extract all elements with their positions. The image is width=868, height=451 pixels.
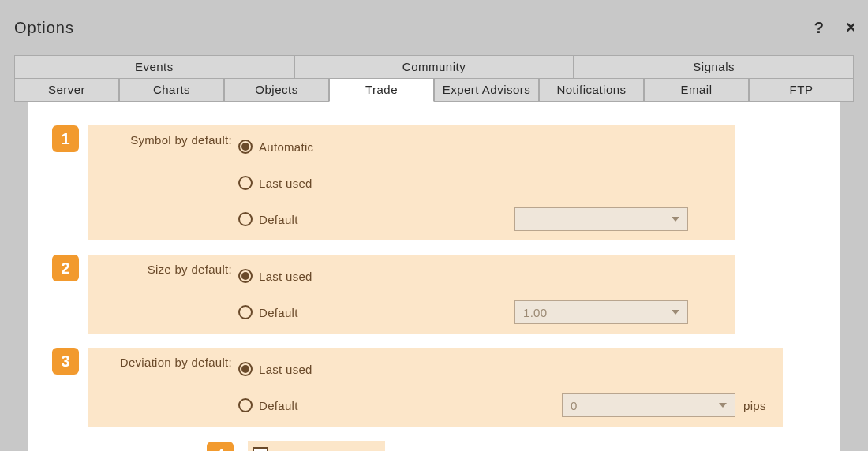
deviation-radio-default[interactable]: [238, 398, 253, 412]
tab-ftp[interactable]: FTP: [749, 78, 854, 102]
titlebar: Options ? ×: [0, 0, 868, 55]
deviation-label: Deviation by default:: [88, 351, 238, 423]
size-opt-default: Default: [259, 306, 298, 319]
symbol-opt-default: Default: [259, 213, 298, 226]
size-label: Size by default:: [88, 258, 238, 330]
close-icon[interactable]: ×: [846, 17, 854, 38]
symbol-radio-automatic[interactable]: [238, 140, 253, 154]
size-opt-last: Last used: [259, 270, 312, 283]
chevron-down-icon: [672, 310, 679, 315]
badge-2: 2: [52, 255, 79, 281]
titlebar-right: ? ×: [814, 17, 854, 38]
deviation-suffix: pips: [743, 399, 766, 412]
tab-community[interactable]: Community: [294, 55, 574, 79]
symbol-radio-last[interactable]: [238, 176, 253, 190]
size-block: Size by default: Last used Default 1.00: [88, 255, 735, 334]
size-combo[interactable]: 1.00: [514, 300, 688, 324]
tab-signals[interactable]: Signals: [574, 55, 854, 79]
symbol-opt-automatic: Automatic: [259, 140, 313, 154]
deviation-opt-default: Default: [259, 399, 298, 412]
deviation-opt-last: Last used: [259, 363, 312, 376]
deviation-combo[interactable]: 0: [562, 393, 735, 417]
tab-server[interactable]: Server: [14, 78, 119, 102]
chevron-down-icon: [719, 403, 727, 408]
size-radio-last[interactable]: [238, 269, 253, 283]
tab-trade[interactable]: Trade: [329, 78, 434, 102]
size-combo-value: 1.00: [523, 306, 547, 319]
tab-charts[interactable]: Charts: [119, 78, 224, 102]
tab-notifications[interactable]: Notifications: [539, 78, 644, 102]
oct-label: One Click Trading: [276, 449, 374, 452]
help-icon[interactable]: ?: [814, 19, 824, 37]
oct-block: One Click Trading: [248, 441, 385, 451]
tab-events[interactable]: Events: [14, 55, 294, 79]
deviation-radio-last[interactable]: [238, 362, 253, 376]
symbol-block: Symbol by default: Automatic Last used D…: [88, 125, 735, 240]
tab-content: 1 Symbol by default: Automatic Last used…: [28, 102, 840, 451]
chevron-down-icon: [672, 217, 679, 222]
deviation-block: Deviation by default: Last used Default …: [88, 348, 783, 427]
badge-4: 4: [207, 442, 234, 451]
oct-checkbox[interactable]: [253, 447, 268, 451]
tabs: Events Community Signals Server Charts O…: [0, 55, 868, 451]
section-size: 2 Size by default: Last used Default 1.0…: [52, 255, 840, 334]
tab-row-bottom: Server Charts Objects Trade Expert Advis…: [14, 78, 854, 102]
deviation-combo-value: 0: [571, 399, 578, 412]
symbol-combo[interactable]: [514, 207, 688, 231]
symbol-opt-last: Last used: [259, 177, 312, 190]
tab-objects[interactable]: Objects: [224, 78, 329, 102]
section-deviation: 3 Deviation by default: Last used Defaul…: [52, 348, 840, 427]
section-oct: 4 One Click Trading: [52, 441, 840, 451]
section-symbol: 1 Symbol by default: Automatic Last used…: [52, 125, 840, 240]
tab-row-top: Events Community Signals: [14, 55, 854, 79]
badge-1: 1: [52, 125, 79, 152]
page-title: Options: [14, 19, 74, 37]
tab-expert-advisors[interactable]: Expert Advisors: [434, 78, 539, 102]
badge-3: 3: [52, 348, 79, 375]
size-radio-default[interactable]: [238, 305, 253, 319]
tab-email[interactable]: Email: [644, 78, 749, 102]
symbol-radio-default[interactable]: [238, 212, 253, 226]
symbol-label: Symbol by default:: [88, 129, 238, 237]
